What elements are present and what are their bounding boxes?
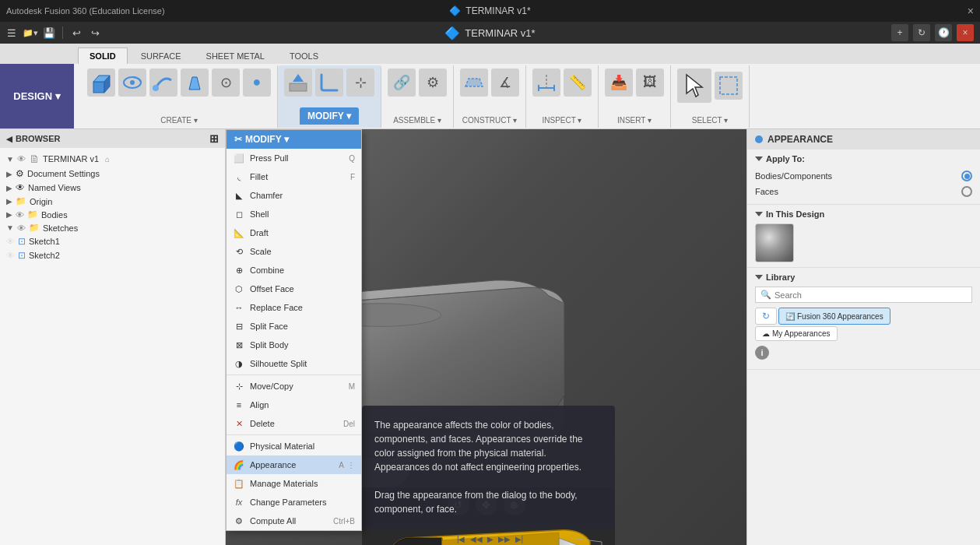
assemble-group: 🔗 ⚙ ASSEMBLE ▾ <box>381 65 454 128</box>
insert-decal-icon[interactable]: 🖼 <box>636 69 664 97</box>
menu-item-split-body[interactable]: ⊠ Split Body <box>227 336 361 354</box>
apply-bodies-radio[interactable] <box>961 171 972 181</box>
eye-icon[interactable]: 👁 <box>17 154 26 164</box>
create-revolve-icon[interactable] <box>118 69 146 97</box>
align-icon: ≡ <box>233 399 245 411</box>
browser-item-sketch2[interactable]: 👁 ⊡ Sketch2 <box>0 248 225 262</box>
create-hole-icon[interactable]: ⊙ <box>212 69 240 97</box>
library-search-input[interactable] <box>775 290 967 300</box>
eye-icon-bodies[interactable]: 👁 <box>16 210 24 220</box>
browser-item-named-views[interactable]: ▶ 👁 Named Views <box>0 181 225 195</box>
app-menu-button[interactable]: ☰ <box>3 24 20 41</box>
menu-item-delete[interactable]: ✕ Delete Del <box>227 414 361 433</box>
menu-item-replace-face[interactable]: ↔ Replace Face <box>227 298 361 317</box>
menu-item-appearance[interactable]: 🌈 Appearance A ⋮ <box>227 455 361 474</box>
refresh-button[interactable]: ↻ <box>913 24 930 41</box>
modify-move-icon[interactable]: ⊹ <box>346 69 374 97</box>
create-sphere-icon[interactable]: ● <box>243 69 271 97</box>
appearance-more-icon[interactable]: ⋮ <box>347 461 355 469</box>
apply-faces-row[interactable]: Faces <box>755 184 972 199</box>
construct-axis-icon[interactable]: ∡ <box>491 69 519 97</box>
browser-item-sketches[interactable]: ▼ 👁 📁 Sketches <box>0 221 225 234</box>
file-menu-button[interactable]: 📁▾ <box>22 24 39 41</box>
in-this-design-header[interactable]: In This Design <box>755 209 972 219</box>
inspect-angle-icon[interactable]: 📏 <box>564 69 592 97</box>
library-search-box[interactable]: 🔍 <box>755 287 972 303</box>
apply-bodies-row[interactable]: Bodies/Components <box>755 168 972 184</box>
menu-item-compute-all[interactable]: ⚙ Compute All Ctrl+B <box>227 512 361 530</box>
browser-item-root[interactable]: ▼ 👁 🗎 TERMINAR v1 ⌂ <box>0 151 225 167</box>
menu-item-draft[interactable]: 📐 Draft <box>227 223 361 242</box>
create-sweep-icon[interactable] <box>149 69 177 97</box>
menu-item-chamfer[interactable]: ◣ Chamfer <box>227 186 361 205</box>
play-next-button[interactable]: ▶▶ <box>498 535 511 543</box>
eye-icon-sketch2[interactable]: 👁 <box>6 251 15 260</box>
ribbon: SOLID SURFACE SHEET METAL TOOLS DESIGN ▾ <box>0 44 980 129</box>
eye-icon-sketch1[interactable]: 👁 <box>6 237 15 246</box>
modify-press-pull-icon[interactable] <box>284 69 312 97</box>
select-main-icon[interactable] <box>677 69 711 103</box>
inspect-group: 📏 INSPECT ▾ <box>526 65 599 128</box>
tab-my-appearances[interactable]: ☁ My Appearances <box>755 326 838 341</box>
context-menu-header[interactable]: ✂ MODIFY ▾ <box>227 130 361 149</box>
svg-point-4 <box>130 80 135 85</box>
save-button[interactable]: 💾 <box>40 24 58 41</box>
menu-item-split-face[interactable]: ⊟ Split Face <box>227 317 361 336</box>
clock-button[interactable]: 🕐 <box>935 24 952 41</box>
play-start-button[interactable]: |◀ <box>457 535 465 543</box>
tab-surface[interactable]: SURFACE <box>129 47 193 64</box>
menu-item-shell[interactable]: ◻ Shell <box>227 205 361 223</box>
play-end-button[interactable]: ▶| <box>515 535 524 543</box>
menu-item-combine[interactable]: ⊕ Combine <box>227 261 361 280</box>
modify-dropdown-button[interactable]: MODIFY ▾ <box>300 107 359 125</box>
undo-button[interactable]: ↩ <box>68 24 85 41</box>
create-loft-icon[interactable] <box>181 69 209 97</box>
browser-item-origin[interactable]: ▶ 📁 Origin <box>0 195 225 208</box>
browser-item-sketch1[interactable]: 👁 ⊡ Sketch1 <box>0 234 225 248</box>
construct-plane-icon[interactable] <box>460 69 488 97</box>
menu-item-replace-face-left: ↔ Replace Face <box>233 301 303 314</box>
modify-fillet-icon[interactable] <box>315 69 343 97</box>
viewport[interactable]: ✂ MODIFY ▾ ⬜ Press Pull Q ◟ Fillet F <box>226 129 746 545</box>
assemble-joint-icon[interactable]: 🔗 <box>388 69 416 97</box>
design-dropdown-button[interactable]: DESIGN ▾ <box>0 64 74 128</box>
play-button[interactable]: ▶ <box>487 535 494 543</box>
menu-item-change-parameters[interactable]: fx Change Parameters <box>227 493 361 512</box>
tab-fusion360-appearances[interactable]: 🔄 Fusion 360 Appearances <box>778 308 890 325</box>
menu-item-move-copy[interactable]: ⊹ Move/Copy M <box>227 377 361 396</box>
menu-item-fillet[interactable]: ◟ Fillet F <box>227 167 361 186</box>
home-icon[interactable]: ⌂ <box>105 155 110 164</box>
insert-image-icon[interactable]: 📥 <box>605 69 633 97</box>
library-header[interactable]: Library <box>755 272 972 282</box>
menu-item-silhouette-split[interactable]: ◑ Silhouette Split <box>227 354 361 373</box>
eye-icon-sketches[interactable]: 👁 <box>17 223 26 233</box>
info-button[interactable]: i <box>755 346 769 360</box>
tab-solid[interactable]: SOLID <box>78 47 128 64</box>
tab-sheet-metal[interactable]: SHEET METAL <box>195 47 276 64</box>
inspect-measure-icon[interactable] <box>532 69 560 97</box>
menu-item-manage-materials[interactable]: 📋 Manage Materials <box>227 474 361 493</box>
apply-faces-radio[interactable] <box>961 186 972 197</box>
design-swatch-1[interactable] <box>755 223 794 262</box>
menu-item-physical-material[interactable]: 🔵 Physical Material <box>227 437 361 455</box>
create-extrude-icon[interactable] <box>87 69 115 97</box>
draft-icon: 📐 <box>233 227 245 239</box>
refresh-appearances-button[interactable]: ↻ <box>755 308 777 325</box>
browser-item-doc-settings[interactable]: ▶ ⚙ Document Settings <box>0 167 225 181</box>
select-box-icon[interactable] <box>715 72 743 100</box>
apply-to-header[interactable]: Apply To: <box>755 154 972 164</box>
browser-collapse-arrow[interactable]: ◀ <box>6 135 12 143</box>
menu-item-offset-face[interactable]: ⬡ Offset Face <box>227 280 361 298</box>
menu-item-press-pull[interactable]: ⬜ Press Pull Q <box>227 149 361 167</box>
tab-tools[interactable]: TOOLS <box>278 47 330 64</box>
browser-item-bodies[interactable]: ▶ 👁 📁 Bodies <box>0 208 225 221</box>
assemble-motion-icon[interactable]: ⚙ <box>419 69 447 97</box>
undo-arrow-button[interactable]: ↪ <box>86 24 104 41</box>
window-close-button[interactable]: × <box>957 24 974 41</box>
browser-expand-button[interactable]: ⊞ <box>209 132 219 145</box>
titlebar-close[interactable]: × <box>968 5 974 17</box>
play-prev-button[interactable]: ◀◀ <box>470 535 483 543</box>
menu-item-align[interactable]: ≡ Align <box>227 396 361 414</box>
menu-item-scale[interactable]: ⟲ Scale <box>227 242 361 261</box>
new-tab-button[interactable]: + <box>891 24 908 41</box>
